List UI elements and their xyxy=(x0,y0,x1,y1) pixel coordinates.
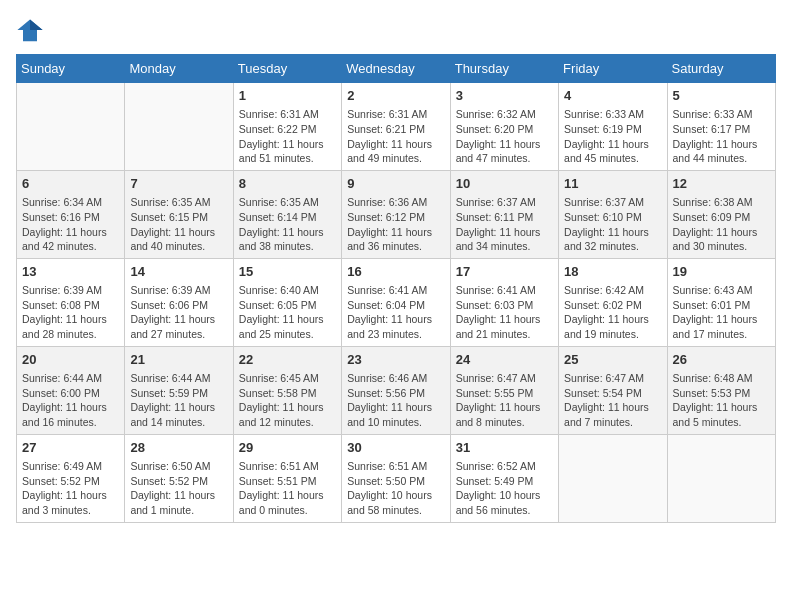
calendar-cell: 7Sunrise: 6:35 AMSunset: 6:15 PMDaylight… xyxy=(125,170,233,258)
day-info: Sunrise: 6:39 AMSunset: 6:06 PMDaylight:… xyxy=(130,283,227,342)
day-info: Sunrise: 6:42 AMSunset: 6:02 PMDaylight:… xyxy=(564,283,661,342)
logo xyxy=(16,16,48,44)
day-number: 30 xyxy=(347,439,444,457)
calendar-cell: 29Sunrise: 6:51 AMSunset: 5:51 PMDayligh… xyxy=(233,434,341,522)
day-number: 2 xyxy=(347,87,444,105)
day-number: 22 xyxy=(239,351,336,369)
calendar-cell: 9Sunrise: 6:36 AMSunset: 6:12 PMDaylight… xyxy=(342,170,450,258)
day-info: Sunrise: 6:40 AMSunset: 6:05 PMDaylight:… xyxy=(239,283,336,342)
calendar-cell: 13Sunrise: 6:39 AMSunset: 6:08 PMDayligh… xyxy=(17,258,125,346)
day-number: 21 xyxy=(130,351,227,369)
calendar-cell: 24Sunrise: 6:47 AMSunset: 5:55 PMDayligh… xyxy=(450,346,558,434)
day-info: Sunrise: 6:45 AMSunset: 5:58 PMDaylight:… xyxy=(239,371,336,430)
day-number: 31 xyxy=(456,439,553,457)
calendar-cell: 22Sunrise: 6:45 AMSunset: 5:58 PMDayligh… xyxy=(233,346,341,434)
calendar-cell: 17Sunrise: 6:41 AMSunset: 6:03 PMDayligh… xyxy=(450,258,558,346)
calendar-cell: 2Sunrise: 6:31 AMSunset: 6:21 PMDaylight… xyxy=(342,83,450,171)
calendar-cell: 16Sunrise: 6:41 AMSunset: 6:04 PMDayligh… xyxy=(342,258,450,346)
day-info: Sunrise: 6:51 AMSunset: 5:51 PMDaylight:… xyxy=(239,459,336,518)
day-number: 26 xyxy=(673,351,770,369)
calendar-header-row: SundayMondayTuesdayWednesdayThursdayFrid… xyxy=(17,55,776,83)
calendar-cell: 18Sunrise: 6:42 AMSunset: 6:02 PMDayligh… xyxy=(559,258,667,346)
calendar-cell xyxy=(17,83,125,171)
day-info: Sunrise: 6:31 AMSunset: 6:22 PMDaylight:… xyxy=(239,107,336,166)
day-number: 27 xyxy=(22,439,119,457)
day-number: 14 xyxy=(130,263,227,281)
weekday-header: Monday xyxy=(125,55,233,83)
day-number: 8 xyxy=(239,175,336,193)
calendar-cell: 20Sunrise: 6:44 AMSunset: 6:00 PMDayligh… xyxy=(17,346,125,434)
day-number: 28 xyxy=(130,439,227,457)
day-info: Sunrise: 6:52 AMSunset: 5:49 PMDaylight:… xyxy=(456,459,553,518)
calendar-cell: 15Sunrise: 6:40 AMSunset: 6:05 PMDayligh… xyxy=(233,258,341,346)
day-number: 24 xyxy=(456,351,553,369)
weekday-header: Tuesday xyxy=(233,55,341,83)
day-info: Sunrise: 6:46 AMSunset: 5:56 PMDaylight:… xyxy=(347,371,444,430)
weekday-header: Sunday xyxy=(17,55,125,83)
calendar-cell xyxy=(667,434,775,522)
day-number: 17 xyxy=(456,263,553,281)
day-number: 11 xyxy=(564,175,661,193)
day-info: Sunrise: 6:48 AMSunset: 5:53 PMDaylight:… xyxy=(673,371,770,430)
day-info: Sunrise: 6:49 AMSunset: 5:52 PMDaylight:… xyxy=(22,459,119,518)
weekday-header: Saturday xyxy=(667,55,775,83)
day-info: Sunrise: 6:51 AMSunset: 5:50 PMDaylight:… xyxy=(347,459,444,518)
calendar-cell: 30Sunrise: 6:51 AMSunset: 5:50 PMDayligh… xyxy=(342,434,450,522)
logo-icon xyxy=(16,16,44,44)
day-number: 13 xyxy=(22,263,119,281)
day-number: 18 xyxy=(564,263,661,281)
calendar-week-row: 27Sunrise: 6:49 AMSunset: 5:52 PMDayligh… xyxy=(17,434,776,522)
day-number: 3 xyxy=(456,87,553,105)
day-number: 1 xyxy=(239,87,336,105)
calendar-cell: 12Sunrise: 6:38 AMSunset: 6:09 PMDayligh… xyxy=(667,170,775,258)
calendar-cell: 23Sunrise: 6:46 AMSunset: 5:56 PMDayligh… xyxy=(342,346,450,434)
calendar-cell: 6Sunrise: 6:34 AMSunset: 6:16 PMDaylight… xyxy=(17,170,125,258)
page-header xyxy=(16,16,776,44)
day-info: Sunrise: 6:33 AMSunset: 6:19 PMDaylight:… xyxy=(564,107,661,166)
day-info: Sunrise: 6:47 AMSunset: 5:54 PMDaylight:… xyxy=(564,371,661,430)
day-number: 5 xyxy=(673,87,770,105)
day-info: Sunrise: 6:44 AMSunset: 5:59 PMDaylight:… xyxy=(130,371,227,430)
calendar-cell: 11Sunrise: 6:37 AMSunset: 6:10 PMDayligh… xyxy=(559,170,667,258)
weekday-header: Friday xyxy=(559,55,667,83)
day-info: Sunrise: 6:31 AMSunset: 6:21 PMDaylight:… xyxy=(347,107,444,166)
day-info: Sunrise: 6:47 AMSunset: 5:55 PMDaylight:… xyxy=(456,371,553,430)
day-number: 6 xyxy=(22,175,119,193)
day-info: Sunrise: 6:38 AMSunset: 6:09 PMDaylight:… xyxy=(673,195,770,254)
day-info: Sunrise: 6:34 AMSunset: 6:16 PMDaylight:… xyxy=(22,195,119,254)
day-info: Sunrise: 6:41 AMSunset: 6:04 PMDaylight:… xyxy=(347,283,444,342)
day-number: 25 xyxy=(564,351,661,369)
calendar-cell: 10Sunrise: 6:37 AMSunset: 6:11 PMDayligh… xyxy=(450,170,558,258)
calendar-cell: 8Sunrise: 6:35 AMSunset: 6:14 PMDaylight… xyxy=(233,170,341,258)
calendar-table: SundayMondayTuesdayWednesdayThursdayFrid… xyxy=(16,54,776,523)
calendar-cell xyxy=(125,83,233,171)
calendar-cell: 26Sunrise: 6:48 AMSunset: 5:53 PMDayligh… xyxy=(667,346,775,434)
calendar-week-row: 6Sunrise: 6:34 AMSunset: 6:16 PMDaylight… xyxy=(17,170,776,258)
day-info: Sunrise: 6:37 AMSunset: 6:10 PMDaylight:… xyxy=(564,195,661,254)
calendar-cell: 31Sunrise: 6:52 AMSunset: 5:49 PMDayligh… xyxy=(450,434,558,522)
day-info: Sunrise: 6:32 AMSunset: 6:20 PMDaylight:… xyxy=(456,107,553,166)
day-info: Sunrise: 6:50 AMSunset: 5:52 PMDaylight:… xyxy=(130,459,227,518)
day-info: Sunrise: 6:44 AMSunset: 6:00 PMDaylight:… xyxy=(22,371,119,430)
day-number: 29 xyxy=(239,439,336,457)
day-number: 23 xyxy=(347,351,444,369)
calendar-week-row: 13Sunrise: 6:39 AMSunset: 6:08 PMDayligh… xyxy=(17,258,776,346)
day-number: 7 xyxy=(130,175,227,193)
calendar-cell: 27Sunrise: 6:49 AMSunset: 5:52 PMDayligh… xyxy=(17,434,125,522)
calendar-cell: 1Sunrise: 6:31 AMSunset: 6:22 PMDaylight… xyxy=(233,83,341,171)
calendar-cell: 5Sunrise: 6:33 AMSunset: 6:17 PMDaylight… xyxy=(667,83,775,171)
calendar-cell: 3Sunrise: 6:32 AMSunset: 6:20 PMDaylight… xyxy=(450,83,558,171)
day-number: 4 xyxy=(564,87,661,105)
day-number: 9 xyxy=(347,175,444,193)
calendar-cell: 4Sunrise: 6:33 AMSunset: 6:19 PMDaylight… xyxy=(559,83,667,171)
day-number: 20 xyxy=(22,351,119,369)
weekday-header: Thursday xyxy=(450,55,558,83)
day-info: Sunrise: 6:36 AMSunset: 6:12 PMDaylight:… xyxy=(347,195,444,254)
day-number: 12 xyxy=(673,175,770,193)
day-number: 15 xyxy=(239,263,336,281)
calendar-cell: 14Sunrise: 6:39 AMSunset: 6:06 PMDayligh… xyxy=(125,258,233,346)
calendar-week-row: 20Sunrise: 6:44 AMSunset: 6:00 PMDayligh… xyxy=(17,346,776,434)
calendar-cell: 28Sunrise: 6:50 AMSunset: 5:52 PMDayligh… xyxy=(125,434,233,522)
day-info: Sunrise: 6:41 AMSunset: 6:03 PMDaylight:… xyxy=(456,283,553,342)
day-info: Sunrise: 6:35 AMSunset: 6:14 PMDaylight:… xyxy=(239,195,336,254)
